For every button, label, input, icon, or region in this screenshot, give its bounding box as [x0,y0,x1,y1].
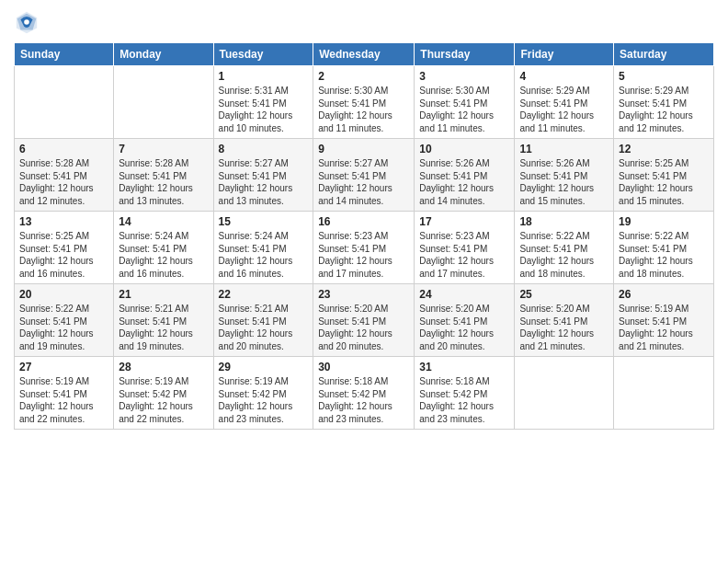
day-number: 16 [318,215,409,228]
day-info: Sunrise: 5:18 AMSunset: 5:42 PMDaylight:… [318,375,409,425]
day-cell: 20Sunrise: 5:22 AMSunset: 5:41 PMDayligh… [15,284,114,357]
day-info: Sunrise: 5:19 AMSunset: 5:42 PMDaylight:… [219,375,309,425]
day-number: 17 [419,215,509,228]
day-cell [114,66,213,139]
day-info: Sunrise: 5:24 AMSunset: 5:41 PMDaylight:… [219,230,309,280]
day-number: 15 [219,215,309,228]
weekday-header-row: SundayMondayTuesdayWednesdayThursdayFrid… [15,43,714,66]
day-info: Sunrise: 5:25 AMSunset: 5:41 PMDaylight:… [19,230,108,280]
day-number: 2 [318,70,409,83]
day-cell [515,357,614,430]
week-row-3: 13Sunrise: 5:25 AMSunset: 5:41 PMDayligh… [15,212,714,284]
day-info: Sunrise: 5:23 AMSunset: 5:41 PMDaylight:… [419,230,509,280]
day-info: Sunrise: 5:28 AMSunset: 5:41 PMDaylight:… [119,157,208,207]
day-cell: 7Sunrise: 5:28 AMSunset: 5:41 PMDaylight… [114,139,213,212]
day-number: 21 [119,288,208,301]
page: SundayMondayTuesdayWednesdayThursdayFrid… [0,0,728,563]
day-info: Sunrise: 5:19 AMSunset: 5:42 PMDaylight:… [119,375,208,425]
day-cell [614,357,714,430]
day-cell: 31Sunrise: 5:18 AMSunset: 5:42 PMDayligh… [415,357,515,430]
day-info: Sunrise: 5:19 AMSunset: 5:41 PMDaylight:… [19,375,108,425]
day-info: Sunrise: 5:28 AMSunset: 5:41 PMDaylight:… [19,157,108,207]
day-number: 5 [619,70,709,83]
day-cell: 17Sunrise: 5:23 AMSunset: 5:41 PMDayligh… [415,212,515,284]
day-number: 18 [519,215,609,228]
day-cell: 9Sunrise: 5:27 AMSunset: 5:41 PMDaylight… [313,139,415,212]
day-info: Sunrise: 5:21 AMSunset: 5:41 PMDaylight:… [119,303,208,352]
day-cell: 4Sunrise: 5:29 AMSunset: 5:41 PMDaylight… [515,66,614,139]
day-cell: 11Sunrise: 5:26 AMSunset: 5:41 PMDayligh… [515,139,614,212]
day-info: Sunrise: 5:20 AMSunset: 5:41 PMDaylight:… [318,303,409,352]
day-info: Sunrise: 5:30 AMSunset: 5:41 PMDaylight:… [419,85,509,134]
weekday-wednesday: Wednesday [313,43,415,66]
day-info: Sunrise: 5:24 AMSunset: 5:41 PMDaylight:… [119,230,208,280]
day-info: Sunrise: 5:27 AMSunset: 5:41 PMDaylight:… [318,157,409,207]
day-info: Sunrise: 5:22 AMSunset: 5:41 PMDaylight:… [519,230,609,280]
day-cell: 13Sunrise: 5:25 AMSunset: 5:41 PMDayligh… [15,212,114,284]
day-info: Sunrise: 5:18 AMSunset: 5:42 PMDaylight:… [419,375,509,425]
day-info: Sunrise: 5:26 AMSunset: 5:41 PMDaylight:… [519,157,609,207]
day-number: 4 [519,70,609,83]
day-info: Sunrise: 5:20 AMSunset: 5:41 PMDaylight:… [519,303,609,352]
day-cell: 26Sunrise: 5:19 AMSunset: 5:41 PMDayligh… [614,284,714,357]
day-cell: 25Sunrise: 5:20 AMSunset: 5:41 PMDayligh… [515,284,614,357]
day-number: 11 [519,143,609,155]
weekday-monday: Monday [114,43,213,66]
day-number: 22 [219,288,309,301]
day-cell: 16Sunrise: 5:23 AMSunset: 5:41 PMDayligh… [313,212,415,284]
day-info: Sunrise: 5:22 AMSunset: 5:41 PMDaylight:… [619,230,709,280]
day-cell: 5Sunrise: 5:29 AMSunset: 5:41 PMDaylight… [614,66,714,139]
weekday-tuesday: Tuesday [213,43,313,66]
week-row-4: 20Sunrise: 5:22 AMSunset: 5:41 PMDayligh… [15,284,714,357]
day-number: 24 [419,288,509,301]
day-number: 23 [318,288,409,301]
header [14,9,714,35]
day-number: 13 [19,215,108,228]
day-cell: 1Sunrise: 5:31 AMSunset: 5:41 PMDaylight… [213,66,313,139]
calendar-table: SundayMondayTuesdayWednesdayThursdayFrid… [14,42,714,430]
day-number: 7 [119,143,208,155]
day-info: Sunrise: 5:31 AMSunset: 5:41 PMDaylight:… [219,85,309,134]
svg-point-2 [24,19,29,25]
day-cell: 14Sunrise: 5:24 AMSunset: 5:41 PMDayligh… [114,212,213,284]
week-row-5: 27Sunrise: 5:19 AMSunset: 5:41 PMDayligh… [15,357,714,430]
day-cell: 21Sunrise: 5:21 AMSunset: 5:41 PMDayligh… [114,284,213,357]
weekday-saturday: Saturday [614,43,714,66]
day-number: 3 [419,70,509,83]
weekday-sunday: Sunday [15,43,114,66]
day-cell: 10Sunrise: 5:26 AMSunset: 5:41 PMDayligh… [415,139,515,212]
day-info: Sunrise: 5:30 AMSunset: 5:41 PMDaylight:… [318,85,409,134]
day-cell: 18Sunrise: 5:22 AMSunset: 5:41 PMDayligh… [515,212,614,284]
day-number: 20 [19,288,108,301]
day-number: 6 [19,143,108,155]
day-cell: 22Sunrise: 5:21 AMSunset: 5:41 PMDayligh… [213,284,313,357]
day-cell: 12Sunrise: 5:25 AMSunset: 5:41 PMDayligh… [614,139,714,212]
day-cell: 29Sunrise: 5:19 AMSunset: 5:42 PMDayligh… [213,357,313,430]
day-cell: 2Sunrise: 5:30 AMSunset: 5:41 PMDaylight… [313,66,415,139]
day-info: Sunrise: 5:19 AMSunset: 5:41 PMDaylight:… [619,303,709,352]
day-info: Sunrise: 5:23 AMSunset: 5:41 PMDaylight:… [318,230,409,280]
day-number: 1 [219,70,309,83]
day-cell: 19Sunrise: 5:22 AMSunset: 5:41 PMDayligh… [614,212,714,284]
day-number: 8 [219,143,309,155]
logo [14,9,43,35]
day-number: 10 [419,143,509,155]
day-number: 27 [19,361,108,373]
weekday-thursday: Thursday [415,43,515,66]
weekday-friday: Friday [515,43,614,66]
day-cell: 24Sunrise: 5:20 AMSunset: 5:41 PMDayligh… [415,284,515,357]
day-info: Sunrise: 5:22 AMSunset: 5:41 PMDaylight:… [19,303,108,352]
logo-icon [14,9,40,35]
day-number: 26 [619,288,709,301]
day-cell: 30Sunrise: 5:18 AMSunset: 5:42 PMDayligh… [313,357,415,430]
day-info: Sunrise: 5:20 AMSunset: 5:41 PMDaylight:… [419,303,509,352]
day-info: Sunrise: 5:25 AMSunset: 5:41 PMDaylight:… [619,157,709,207]
day-number: 19 [619,215,709,228]
day-number: 29 [219,361,309,373]
day-number: 12 [619,143,709,155]
day-cell: 15Sunrise: 5:24 AMSunset: 5:41 PMDayligh… [213,212,313,284]
day-number: 31 [419,361,509,373]
day-info: Sunrise: 5:21 AMSunset: 5:41 PMDaylight:… [219,303,309,352]
day-info: Sunrise: 5:29 AMSunset: 5:41 PMDaylight:… [619,85,709,134]
day-cell: 28Sunrise: 5:19 AMSunset: 5:42 PMDayligh… [114,357,213,430]
